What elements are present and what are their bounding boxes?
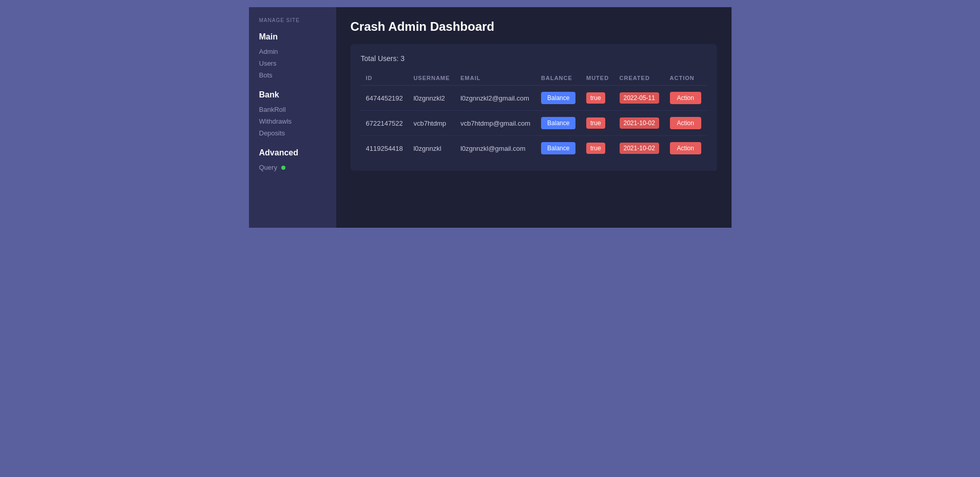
muted-badge: true (586, 117, 605, 129)
muted-badge: true (586, 143, 605, 154)
sidebar-item-deposits[interactable]: Deposits (259, 127, 326, 139)
sidebar-item-bankroll[interactable]: BankRoll (259, 104, 326, 115)
users-table-container: Total Users: 3 ID USERNAME EMAIL BALANCE… (351, 44, 717, 171)
action-button[interactable]: Action (670, 117, 701, 129)
cell-email: l0zgnnzkl@gmail.com (455, 136, 536, 161)
app-container: MANAGE SITE Main Admin Users Bots Bank B… (249, 7, 732, 228)
cell-created: 2021-10-02 (614, 136, 665, 161)
sidebar-item-withdrawls[interactable]: Withdrawls (259, 115, 326, 127)
cell-id: 4119254418 (361, 136, 409, 161)
col-header-username: USERNAME (408, 71, 455, 86)
created-badge: 2021-10-02 (620, 143, 659, 154)
balance-button[interactable]: Balance (541, 117, 575, 129)
col-header-id: ID (361, 71, 409, 86)
action-button[interactable]: Action (670, 142, 701, 154)
main-content: Crash Admin Dashboard Total Users: 3 ID … (336, 7, 732, 228)
cell-id: 6722147522 (361, 111, 409, 136)
cell-action: Action (665, 111, 707, 136)
total-users-label: Total Users: 3 (361, 54, 707, 63)
cell-muted: true (581, 136, 614, 161)
cell-action: Action (665, 136, 707, 161)
table-row: 6474452192 l0zgnnzkl2 l0zgnnzkl2@gmail.c… (361, 86, 707, 111)
cell-username: l0zgnnzkl2 (408, 86, 455, 111)
cell-action: Action (665, 86, 707, 111)
col-header-muted: MUTED (581, 71, 614, 86)
sidebar-item-users[interactable]: Users (259, 57, 326, 69)
cell-email: l0zgnnzkl2@gmail.com (455, 86, 536, 111)
col-header-email: EMAIL (455, 71, 536, 86)
query-online-dot (281, 166, 285, 170)
table-row: 6722147522 vcb7htdmp vcb7htdmp@gmail.com… (361, 111, 707, 136)
table-row: 4119254418 l0zgnnzkl l0zgnnzkl@gmail.com… (361, 136, 707, 161)
cell-username: vcb7htdmp (408, 111, 455, 136)
cell-username: l0zgnnzkl (408, 136, 455, 161)
cell-email: vcb7htdmp@gmail.com (455, 111, 536, 136)
page-title: Crash Admin Dashboard (351, 19, 717, 34)
sidebar-item-admin[interactable]: Admin (259, 46, 326, 57)
manage-site-label: MANAGE SITE (259, 17, 326, 23)
muted-badge: true (586, 92, 605, 104)
users-table: ID USERNAME EMAIL BALANCE MUTED CREATED … (361, 71, 707, 161)
cell-created: 2022-05-11 (614, 86, 665, 111)
balance-button[interactable]: Balance (541, 142, 575, 154)
cell-muted: true (581, 86, 614, 111)
cell-balance: Balance (536, 111, 581, 136)
cell-balance: Balance (536, 136, 581, 161)
sidebar-section-bank: Bank (259, 90, 326, 100)
sidebar-section-main: Main (259, 32, 326, 42)
sidebar-item-bots[interactable]: Bots (259, 69, 326, 81)
action-button[interactable]: Action (670, 92, 701, 104)
cell-created: 2021-10-02 (614, 111, 665, 136)
sidebar-section-advanced: Advanced (259, 148, 326, 157)
balance-button[interactable]: Balance (541, 92, 575, 104)
sidebar-item-query[interactable]: Query (259, 162, 326, 173)
created-badge: 2021-10-02 (620, 117, 659, 129)
cell-id: 6474452192 (361, 86, 409, 111)
cell-muted: true (581, 111, 614, 136)
col-header-balance: BALANCE (536, 71, 581, 86)
created-badge: 2022-05-11 (620, 92, 659, 104)
cell-balance: Balance (536, 86, 581, 111)
col-header-created: CREATED (614, 71, 665, 86)
col-header-action: ACTION (665, 71, 707, 86)
sidebar: MANAGE SITE Main Admin Users Bots Bank B… (249, 7, 336, 228)
